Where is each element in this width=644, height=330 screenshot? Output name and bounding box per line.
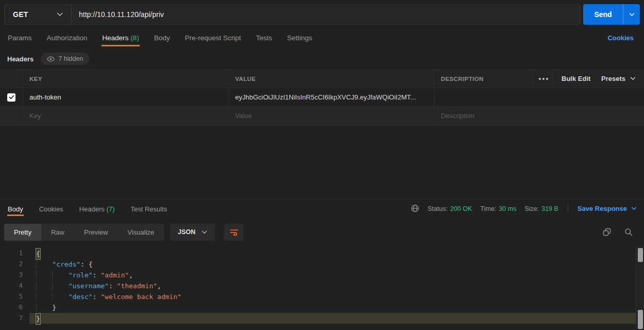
- header-description-cell[interactable]: [435, 88, 644, 106]
- line-number: 7: [0, 313, 29, 324]
- response-headers-count-badge: (7): [106, 205, 114, 213]
- size-value: 319 B: [541, 205, 558, 212]
- response-section: Body Cookies Headers (7) Test Results St…: [0, 199, 644, 219]
- scrollbar-thumb[interactable]: [638, 248, 643, 262]
- view-tab-raw[interactable]: Raw: [41, 224, 74, 241]
- line-number: 2: [0, 259, 29, 270]
- line-number: 6: [0, 302, 29, 313]
- more-actions-icon: [539, 78, 548, 80]
- bulk-edit-button[interactable]: Bulk Edit: [562, 75, 590, 82]
- wrap-text-button[interactable]: [224, 224, 243, 241]
- format-dropdown[interactable]: JSON: [170, 224, 215, 241]
- code-line: 2 "creds": {: [0, 259, 636, 270]
- empty-checkbox-cell: [0, 107, 23, 125]
- line-number: 1: [0, 248, 29, 259]
- code-line: 1{: [0, 248, 636, 259]
- view-tab-preview[interactable]: Preview: [74, 224, 118, 241]
- tab-params[interactable]: Params: [7, 32, 32, 46]
- table-row: auth-token eyJhbGciOiJIUzI1NiIsInR5cCI6I…: [0, 88, 644, 107]
- header-key-cell[interactable]: auth-token: [23, 88, 229, 106]
- wrap-text-icon: [230, 229, 238, 236]
- header-checkbox-cell: [0, 70, 23, 88]
- status-indicator: Status:200 OK: [427, 205, 472, 212]
- method-dropdown[interactable]: GET: [5, 5, 72, 24]
- view-tab-pretty[interactable]: Pretty: [4, 224, 41, 241]
- request-bar: GET Send: [4, 4, 640, 25]
- response-actions: [603, 228, 640, 236]
- time-indicator: Time:30 ms: [481, 205, 517, 212]
- response-toolbar: Pretty Raw Preview Visualize JSON: [4, 223, 640, 241]
- code-line: 4 "username": "theadmin",: [0, 280, 636, 291]
- more-actions-button[interactable]: [534, 70, 553, 88]
- scrollbar-track: [636, 246, 644, 330]
- copy-icon[interactable]: [603, 228, 611, 236]
- response-tab-body[interactable]: Body: [7, 200, 24, 216]
- tab-tests[interactable]: Tests: [255, 32, 273, 46]
- url-input[interactable]: [79, 10, 572, 19]
- new-description-cell[interactable]: Description: [435, 107, 644, 125]
- response-tab-headers[interactable]: Headers (7): [79, 200, 115, 216]
- send-options-button[interactable]: [623, 4, 640, 25]
- response-tab-cookies[interactable]: Cookies: [39, 200, 64, 216]
- view-mode-segmented-control: Pretty Raw Preview Visualize: [4, 224, 164, 241]
- chevron-down-icon: [631, 207, 637, 210]
- code-line: 7}: [0, 313, 636, 324]
- send-split-button: Send: [583, 4, 640, 25]
- view-tab-visualize[interactable]: Visualize: [118, 224, 164, 241]
- code-line: 6 }: [0, 302, 636, 313]
- hidden-headers-toggle[interactable]: 7 hidden: [41, 53, 89, 65]
- chevron-down-icon: [629, 13, 635, 16]
- status-value: 200 OK: [450, 205, 472, 212]
- presets-label: Presets: [601, 75, 625, 82]
- headers-subheader: Headers 7 hidden: [7, 52, 89, 65]
- globe-icon[interactable]: [411, 204, 419, 212]
- scrollbar-thumb[interactable]: [638, 310, 643, 329]
- time-value: 30 ms: [499, 205, 516, 212]
- response-meta: Status:200 OK Time:30 ms Size:319 B Save…: [411, 200, 637, 213]
- line-number: 3: [0, 270, 29, 280]
- url-group: GET: [4, 4, 580, 25]
- chevron-down-icon: [57, 12, 63, 16]
- code-line: 3 "role": "admin",: [0, 270, 636, 280]
- tab-settings[interactable]: Settings: [287, 32, 313, 46]
- format-label: JSON: [178, 228, 195, 236]
- response-tabs-row: Body Cookies Headers (7) Test Results St…: [0, 200, 644, 219]
- response-tab-test-results[interactable]: Test Results: [130, 200, 168, 216]
- eye-icon: [47, 56, 55, 62]
- column-value: VALUE: [235, 76, 256, 82]
- hidden-headers-label: 7 hidden: [58, 55, 83, 62]
- tab-body[interactable]: Body: [154, 32, 171, 46]
- column-key: KEY: [29, 76, 42, 82]
- presets-dropdown[interactable]: Presets: [601, 75, 636, 82]
- divider: [568, 203, 568, 213]
- response-body-code[interactable]: 1{2 "creds": {3 "role": "admin",4 "usern…: [0, 246, 636, 330]
- cookies-link[interactable]: Cookies: [607, 32, 634, 42]
- new-key-cell[interactable]: Key: [23, 107, 229, 125]
- tab-headers[interactable]: Headers (8): [102, 32, 139, 46]
- method-label: GET: [13, 10, 28, 19]
- column-description: DESCRIPTION: [441, 76, 484, 82]
- table-row-empty: Key Value Description: [0, 107, 644, 125]
- new-value-cell[interactable]: Value: [229, 107, 435, 125]
- headers-count-badge: (8): [130, 34, 139, 42]
- line-number: 5: [0, 291, 29, 302]
- request-tabs: Params Authorization Headers (8) Body Pr…: [7, 32, 634, 46]
- row-checkbox-checked[interactable]: [7, 93, 15, 102]
- header-value-cell[interactable]: eyJhbGciOiJIUzI1NiIsInR5cCI6IkpXVCJ9.eyJ…: [229, 88, 435, 106]
- table-header-row: KEY VALUE DESCRIPTION Bulk Edit Presets: [0, 69, 644, 88]
- save-response-button[interactable]: Save Response: [577, 205, 637, 212]
- headers-table: KEY VALUE DESCRIPTION Bulk Edit Presets …: [0, 69, 644, 125]
- code-line: 5 "desc": "welcome back admin": [0, 291, 636, 302]
- size-indicator: Size:319 B: [524, 205, 558, 212]
- tab-authorization[interactable]: Authorization: [46, 32, 88, 46]
- search-icon[interactable]: [624, 228, 633, 236]
- headers-section-title: Headers: [7, 55, 34, 63]
- chevron-down-icon: [630, 77, 636, 80]
- url-field-wrap: [72, 5, 580, 24]
- tab-pre-request-script[interactable]: Pre-request Script: [184, 32, 241, 46]
- send-button[interactable]: Send: [583, 4, 623, 25]
- chevron-down-icon: [202, 230, 207, 234]
- line-number: 4: [0, 280, 29, 291]
- checkbox-check-icon: [9, 95, 14, 100]
